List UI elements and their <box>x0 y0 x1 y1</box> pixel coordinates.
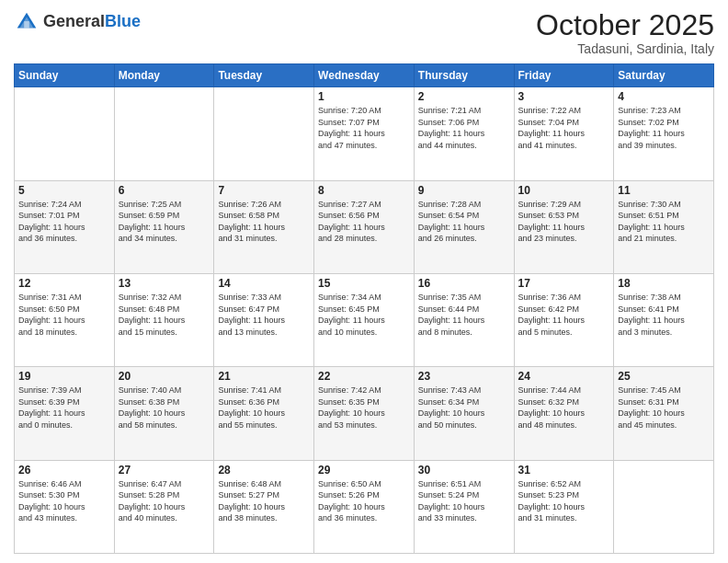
cell-3-1: 12Sunrise: 7:31 AM Sunset: 6:50 PM Dayli… <box>15 273 115 366</box>
day-number: 5 <box>18 184 110 197</box>
week-row-5: 26Sunrise: 6:46 AM Sunset: 5:30 PM Dayli… <box>15 460 714 553</box>
col-tuesday: Tuesday <box>214 64 314 87</box>
cell-5-4: 29Sunrise: 6:50 AM Sunset: 5:26 PM Dayli… <box>314 460 415 553</box>
day-number: 24 <box>518 370 610 383</box>
cell-3-6: 17Sunrise: 7:36 AM Sunset: 6:42 PM Dayli… <box>514 273 614 366</box>
day-info: Sunrise: 7:23 AM Sunset: 7:02 PM Dayligh… <box>618 105 710 151</box>
day-number: 21 <box>218 370 310 383</box>
day-info: Sunrise: 7:33 AM Sunset: 6:47 PM Dayligh… <box>218 292 310 338</box>
day-number: 3 <box>518 90 610 103</box>
day-number: 27 <box>119 464 210 477</box>
day-info: Sunrise: 7:32 AM Sunset: 6:48 PM Dayligh… <box>119 292 210 338</box>
day-info: Sunrise: 6:51 AM Sunset: 5:24 PM Dayligh… <box>418 478 510 524</box>
day-info: Sunrise: 7:41 AM Sunset: 6:36 PM Dayligh… <box>218 385 310 431</box>
day-info: Sunrise: 6:50 AM Sunset: 5:26 PM Dayligh… <box>318 478 410 524</box>
day-info: Sunrise: 7:30 AM Sunset: 6:51 PM Dayligh… <box>618 199 710 245</box>
cell-2-1: 5Sunrise: 7:24 AM Sunset: 7:01 PM Daylig… <box>15 180 115 273</box>
day-info: Sunrise: 6:52 AM Sunset: 5:23 PM Dayligh… <box>518 478 610 524</box>
day-info: Sunrise: 7:25 AM Sunset: 6:59 PM Dayligh… <box>119 199 210 245</box>
day-info: Sunrise: 7:43 AM Sunset: 6:34 PM Dayligh… <box>418 385 510 431</box>
cell-1-4: 1Sunrise: 7:20 AM Sunset: 7:07 PM Daylig… <box>314 87 415 180</box>
cell-3-4: 15Sunrise: 7:34 AM Sunset: 6:45 PM Dayli… <box>314 273 415 366</box>
cell-4-4: 22Sunrise: 7:42 AM Sunset: 6:35 PM Dayli… <box>314 367 415 460</box>
day-number: 18 <box>618 277 710 290</box>
day-info: Sunrise: 6:48 AM Sunset: 5:27 PM Dayligh… <box>218 478 310 524</box>
logo-blue-text: Blue <box>105 13 141 31</box>
day-number: 20 <box>119 370 210 383</box>
day-info: Sunrise: 7:40 AM Sunset: 6:38 PM Dayligh… <box>119 385 210 431</box>
cell-4-5: 23Sunrise: 7:43 AM Sunset: 6:34 PM Dayli… <box>414 367 514 460</box>
day-info: Sunrise: 7:35 AM Sunset: 6:44 PM Dayligh… <box>418 292 510 338</box>
cell-4-2: 20Sunrise: 7:40 AM Sunset: 6:38 PM Dayli… <box>114 367 214 460</box>
cell-2-4: 8Sunrise: 7:27 AM Sunset: 6:56 PM Daylig… <box>314 180 415 273</box>
cell-1-5: 2Sunrise: 7:21 AM Sunset: 7:06 PM Daylig… <box>414 87 514 180</box>
day-number: 19 <box>18 370 110 383</box>
day-number: 12 <box>18 277 110 290</box>
day-number: 17 <box>518 277 610 290</box>
week-row-2: 5Sunrise: 7:24 AM Sunset: 7:01 PM Daylig… <box>15 180 714 273</box>
cell-3-3: 14Sunrise: 7:33 AM Sunset: 6:47 PM Dayli… <box>214 273 314 366</box>
cell-2-5: 9Sunrise: 7:28 AM Sunset: 6:54 PM Daylig… <box>414 180 514 273</box>
day-info: Sunrise: 7:45 AM Sunset: 6:31 PM Dayligh… <box>618 385 710 431</box>
col-saturday: Saturday <box>614 64 714 87</box>
header: General Blue October 2025 Tadasuni, Sard… <box>14 9 714 56</box>
logo: General Blue <box>14 9 141 35</box>
day-info: Sunrise: 7:42 AM Sunset: 6:35 PM Dayligh… <box>318 385 410 431</box>
day-info: Sunrise: 7:38 AM Sunset: 6:41 PM Dayligh… <box>618 292 710 338</box>
cell-2-6: 10Sunrise: 7:29 AM Sunset: 6:53 PM Dayli… <box>514 180 614 273</box>
day-info: Sunrise: 7:29 AM Sunset: 6:53 PM Dayligh… <box>518 199 610 245</box>
day-number: 11 <box>618 184 710 197</box>
svg-rect-2 <box>24 21 29 28</box>
col-thursday: Thursday <box>414 64 514 87</box>
cell-4-6: 24Sunrise: 7:44 AM Sunset: 6:32 PM Dayli… <box>514 367 614 460</box>
logo-general-text: General <box>43 13 105 31</box>
cell-4-7: 25Sunrise: 7:45 AM Sunset: 6:31 PM Dayli… <box>614 367 714 460</box>
day-info: Sunrise: 7:20 AM Sunset: 7:07 PM Dayligh… <box>318 105 410 151</box>
day-number: 26 <box>18 464 110 477</box>
cell-5-2: 27Sunrise: 6:47 AM Sunset: 5:28 PM Dayli… <box>114 460 214 553</box>
header-row: Sunday Monday Tuesday Wednesday Thursday… <box>15 64 714 87</box>
day-number: 23 <box>418 370 510 383</box>
calendar-table: Sunday Monday Tuesday Wednesday Thursday… <box>14 63 714 554</box>
col-monday: Monday <box>114 64 214 87</box>
logo-icon <box>14 9 40 35</box>
cell-5-1: 26Sunrise: 6:46 AM Sunset: 5:30 PM Dayli… <box>15 460 115 553</box>
cell-5-3: 28Sunrise: 6:48 AM Sunset: 5:27 PM Dayli… <box>214 460 314 553</box>
day-number: 13 <box>119 277 210 290</box>
day-info: Sunrise: 6:46 AM Sunset: 5:30 PM Dayligh… <box>18 478 110 524</box>
day-info: Sunrise: 7:24 AM Sunset: 7:01 PM Dayligh… <box>18 199 110 245</box>
day-number: 14 <box>218 277 310 290</box>
day-info: Sunrise: 7:26 AM Sunset: 6:58 PM Dayligh… <box>218 199 310 245</box>
day-number: 15 <box>318 277 410 290</box>
day-number: 10 <box>518 184 610 197</box>
day-number: 1 <box>318 90 410 103</box>
day-number: 16 <box>418 277 510 290</box>
day-info: Sunrise: 7:44 AM Sunset: 6:32 PM Dayligh… <box>518 385 610 431</box>
cell-3-5: 16Sunrise: 7:35 AM Sunset: 6:44 PM Dayli… <box>414 273 514 366</box>
cell-2-2: 6Sunrise: 7:25 AM Sunset: 6:59 PM Daylig… <box>114 180 214 273</box>
cell-5-7 <box>614 460 714 553</box>
week-row-4: 19Sunrise: 7:39 AM Sunset: 6:39 PM Dayli… <box>15 367 714 460</box>
day-number: 2 <box>418 90 510 103</box>
day-number: 29 <box>318 464 410 477</box>
calendar-page: General Blue October 2025 Tadasuni, Sard… <box>0 0 728 563</box>
day-number: 8 <box>318 184 410 197</box>
col-friday: Friday <box>514 64 614 87</box>
day-number: 9 <box>418 184 510 197</box>
cell-2-3: 7Sunrise: 7:26 AM Sunset: 6:58 PM Daylig… <box>214 180 314 273</box>
day-info: Sunrise: 7:34 AM Sunset: 6:45 PM Dayligh… <box>318 292 410 338</box>
cell-5-5: 30Sunrise: 6:51 AM Sunset: 5:24 PM Dayli… <box>414 460 514 553</box>
month-title: October 2025 <box>536 9 714 41</box>
day-info: Sunrise: 7:22 AM Sunset: 7:04 PM Dayligh… <box>518 105 610 151</box>
col-sunday: Sunday <box>15 64 115 87</box>
day-info: Sunrise: 6:47 AM Sunset: 5:28 PM Dayligh… <box>119 478 210 524</box>
day-info: Sunrise: 7:28 AM Sunset: 6:54 PM Dayligh… <box>418 199 510 245</box>
day-number: 6 <box>119 184 210 197</box>
location: Tadasuni, Sardinia, Italy <box>536 41 714 56</box>
cell-1-6: 3Sunrise: 7:22 AM Sunset: 7:04 PM Daylig… <box>514 87 614 180</box>
day-info: Sunrise: 7:39 AM Sunset: 6:39 PM Dayligh… <box>18 385 110 431</box>
cell-4-3: 21Sunrise: 7:41 AM Sunset: 6:36 PM Dayli… <box>214 367 314 460</box>
day-number: 30 <box>418 464 510 477</box>
day-number: 25 <box>618 370 710 383</box>
cell-1-1 <box>15 87 115 180</box>
